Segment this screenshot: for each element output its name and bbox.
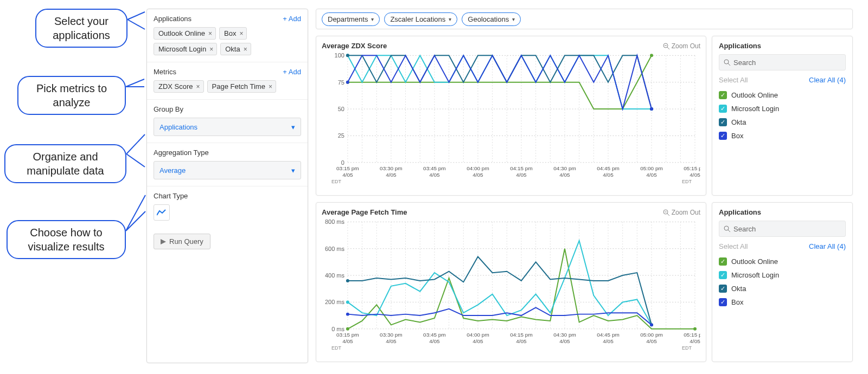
remove-icon[interactable]: × (244, 46, 247, 53)
svg-text:04:00 pm: 04:00 pm (467, 332, 489, 338)
departments-filter[interactable]: Departments▾ (322, 12, 380, 26)
svg-text:4/05: 4/05 (646, 338, 657, 344)
application-chip[interactable]: Box× (219, 27, 247, 40)
clear-all-button[interactable]: Clear All (4) (809, 76, 846, 84)
legend-title: Applications (719, 42, 846, 50)
remove-icon[interactable]: × (239, 30, 243, 37)
add-metric-button[interactable]: + Add (283, 68, 301, 76)
svg-marker-0 (161, 239, 166, 244)
applications-title: Applications (154, 15, 192, 23)
chart-title: Average ZDX Score (322, 42, 387, 50)
clear-all-button[interactable]: Clear All (4) (809, 242, 846, 250)
select-all-button[interactable]: Select All (719, 242, 748, 250)
svg-point-109 (346, 300, 349, 304)
zdx-legend-card: Applications Search Select All Clear All… (712, 36, 853, 196)
svg-text:4/05: 4/05 (386, 338, 397, 344)
chart-type-title: Chart Type (154, 192, 301, 200)
zoom-out-button[interactable]: Zoom Out (663, 42, 700, 50)
select-all-button[interactable]: Select All (719, 76, 748, 84)
legend-label: Outlook Online (731, 257, 778, 266)
legend-item[interactable]: ✓Microsoft Login (719, 268, 846, 282)
svg-text:75: 75 (338, 79, 344, 86)
svg-text:EDT: EDT (331, 345, 341, 351)
svg-point-107 (346, 327, 349, 331)
svg-text:04:30 pm: 04:30 pm (553, 165, 576, 171)
application-chip[interactable]: Outlook Online× (154, 27, 216, 40)
zdx-score-chart-card: Average ZDX Score Zoom Out 025507510003:… (316, 36, 706, 196)
metric-chip[interactable]: Page Fetch Time× (207, 80, 276, 93)
svg-text:4/05: 4/05 (429, 172, 440, 178)
svg-text:4/05: 4/05 (559, 172, 570, 178)
legend-label: Okta (731, 118, 746, 126)
chip-label: Okta (225, 45, 240, 53)
svg-text:EDT: EDT (682, 345, 692, 351)
svg-point-67 (724, 60, 729, 64)
legend-search-input[interactable]: Search (719, 221, 846, 237)
chip-label: ZDX Score (158, 82, 193, 91)
group-by-select[interactable]: Applications ▾ (154, 118, 301, 136)
svg-point-114 (650, 323, 653, 326)
zoom-out-icon (663, 209, 669, 216)
svg-point-45 (346, 81, 349, 84)
svg-text:04:15 pm: 04:15 pm (510, 332, 533, 338)
metrics-section: Metrics + Add ZDX Score×Page Fetch Time× (147, 62, 308, 100)
svg-point-46 (650, 107, 653, 111)
line-chart-icon (157, 209, 167, 216)
metric-chip[interactable]: ZDX Score× (154, 80, 204, 93)
legend-item[interactable]: ✓Box (719, 295, 846, 309)
run-query-button[interactable]: Run Query (154, 234, 210, 249)
aggregation-select[interactable]: Average ▾ (154, 161, 301, 179)
application-chip[interactable]: Okta× (220, 43, 251, 55)
remove-icon[interactable]: × (269, 83, 272, 91)
remove-icon[interactable]: × (196, 83, 200, 91)
legend-label: Box (731, 132, 743, 140)
svg-text:4/05: 4/05 (473, 172, 483, 178)
legend-label: Outlook Online (731, 91, 778, 99)
legend-search-input[interactable]: Search (719, 54, 846, 70)
legend-item[interactable]: ✓Okta (719, 115, 846, 129)
legend-item[interactable]: ✓Outlook Online (719, 88, 846, 102)
svg-text:4/05: 4/05 (342, 338, 353, 344)
svg-text:03:45 pm: 03:45 pm (423, 332, 446, 338)
remove-icon[interactable]: × (208, 30, 212, 37)
svg-text:4/05: 4/05 (516, 338, 527, 344)
svg-text:4/05: 4/05 (646, 172, 657, 178)
chart-type-line-button[interactable] (154, 204, 170, 221)
legend-item[interactable]: ✓Box (719, 129, 846, 143)
page-fetch-legend-card: Applications Search Select All Clear All… (712, 202, 853, 362)
legend-item[interactable]: ✓Okta (719, 282, 846, 295)
svg-text:05:15 pm: 05:15 pm (684, 165, 700, 171)
svg-text:05:00 pm: 05:00 pm (640, 332, 663, 338)
svg-point-40 (650, 54, 653, 57)
add-application-button[interactable]: + Add (283, 15, 301, 23)
svg-text:03:15 pm: 03:15 pm (336, 165, 359, 171)
legend-item[interactable]: ✓Outlook Online (719, 255, 846, 268)
svg-text:4/05: 4/05 (690, 338, 700, 344)
aggregation-section: Aggregation Type Average ▾ (147, 143, 308, 186)
chip-label: Box (224, 29, 236, 37)
svg-text:04:15 pm: 04:15 pm (510, 165, 533, 171)
svg-text:4/05: 4/05 (603, 338, 614, 344)
chip-label: Outlook Online (158, 29, 205, 37)
application-chip[interactable]: Microsoft Login× (154, 43, 217, 55)
remove-icon[interactable]: × (209, 46, 213, 53)
chevron-down-icon: ▾ (512, 16, 515, 22)
legend-title: Applications (719, 208, 846, 216)
checkbox-icon: ✓ (719, 132, 727, 140)
checkbox-icon: ✓ (719, 118, 727, 126)
svg-line-2 (667, 47, 669, 49)
svg-point-135 (724, 226, 729, 230)
filter-bar: Departments▾ Zscaler Locations▾ Geolocat… (316, 9, 853, 29)
svg-text:25: 25 (338, 132, 344, 139)
zoom-out-button[interactable]: Zoom Out (663, 209, 700, 216)
svg-text:4/05: 4/05 (559, 338, 570, 344)
metrics-title: Metrics (154, 68, 176, 76)
checkbox-icon: ✓ (719, 285, 727, 293)
geolocations-filter[interactable]: Geolocations▾ (462, 12, 521, 26)
svg-text:EDT: EDT (682, 179, 692, 184)
svg-point-108 (693, 327, 697, 331)
svg-text:03:30 pm: 03:30 pm (380, 165, 403, 171)
legend-item[interactable]: ✓Microsoft Login (719, 102, 846, 115)
locations-filter[interactable]: Zscaler Locations▾ (384, 12, 457, 26)
chart-title: Average Page Fetch Time (322, 208, 407, 216)
